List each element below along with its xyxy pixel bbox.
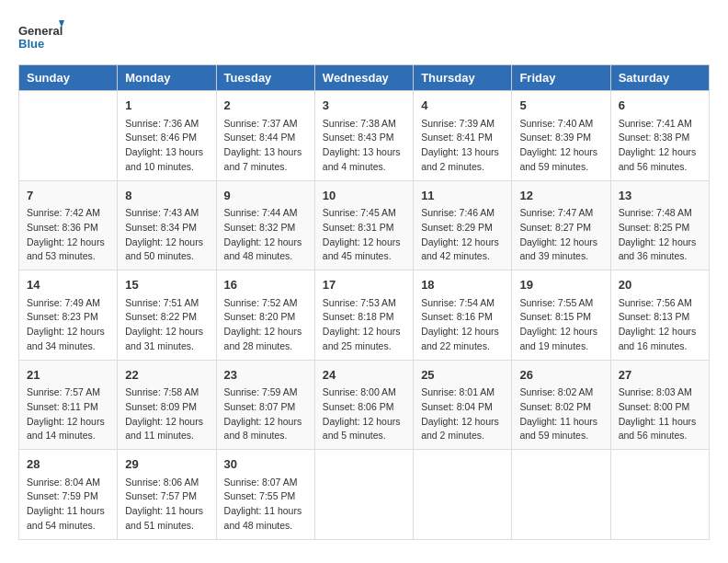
calendar-cell: 13Sunrise: 7:48 AM Sunset: 8:25 PM Dayli… [610,180,709,270]
day-info: Sunrise: 7:43 AM Sunset: 8:34 PM Dayligh… [125,206,208,264]
day-number: 20 [619,276,701,294]
day-info: Sunrise: 7:38 AM Sunset: 8:43 PM Dayligh… [323,117,405,175]
day-number: 4 [421,97,504,115]
calendar-week-row: 1Sunrise: 7:36 AM Sunset: 8:46 PM Daylig… [19,91,710,181]
calendar-cell: 8Sunrise: 7:43 AM Sunset: 8:34 PM Daylig… [118,180,216,270]
day-info: Sunrise: 8:00 AM Sunset: 8:06 PM Dayligh… [323,385,405,443]
day-number: 6 [619,97,701,115]
calendar-cell: 11Sunrise: 7:46 AM Sunset: 8:29 PM Dayli… [414,180,512,270]
logo-svg: General Blue [18,18,64,55]
calendar-cell: 26Sunrise: 8:02 AM Sunset: 8:02 PM Dayli… [512,360,610,450]
svg-text:Blue: Blue [18,37,44,51]
day-info: Sunrise: 7:42 AM Sunset: 8:36 PM Dayligh… [27,206,109,264]
day-info: Sunrise: 7:41 AM Sunset: 8:38 PM Dayligh… [619,117,701,175]
logo: General Blue [18,18,64,55]
calendar-cell [314,450,413,540]
day-number: 25 [421,366,504,385]
day-number: 30 [224,455,307,474]
day-info: Sunrise: 7:53 AM Sunset: 8:18 PM Dayligh… [323,296,405,354]
calendar-cell [414,450,512,540]
calendar-cell: 15Sunrise: 7:51 AM Sunset: 8:22 PM Dayli… [118,270,216,361]
day-info: Sunrise: 7:48 AM Sunset: 8:25 PM Dayligh… [619,206,701,264]
day-number: 23 [224,366,307,385]
day-info: Sunrise: 7:44 AM Sunset: 8:32 PM Dayligh… [224,206,307,264]
calendar-cell: 12Sunrise: 7:47 AM Sunset: 8:27 PM Dayli… [512,180,610,270]
day-info: Sunrise: 7:39 AM Sunset: 8:41 PM Dayligh… [421,117,504,175]
day-number: 24 [323,366,405,385]
day-number: 3 [323,97,405,115]
day-number: 16 [224,276,307,294]
day-number: 15 [125,276,208,294]
day-number: 2 [224,97,307,115]
day-info: Sunrise: 8:07 AM Sunset: 7:55 PM Dayligh… [224,476,307,534]
day-info: Sunrise: 7:46 AM Sunset: 8:29 PM Dayligh… [421,206,504,264]
day-info: Sunrise: 7:51 AM Sunset: 8:22 PM Dayligh… [125,296,208,354]
calendar-cell: 30Sunrise: 8:07 AM Sunset: 7:55 PM Dayli… [216,450,314,540]
day-info: Sunrise: 8:03 AM Sunset: 8:00 PM Dayligh… [619,385,701,443]
calendar-week-row: 28Sunrise: 8:04 AM Sunset: 7:59 PM Dayli… [19,450,710,540]
day-info: Sunrise: 7:59 AM Sunset: 8:07 PM Dayligh… [224,385,307,443]
calendar-cell: 20Sunrise: 7:56 AM Sunset: 8:13 PM Dayli… [610,270,709,361]
day-header-sunday: Sunday [19,65,118,91]
calendar-week-row: 14Sunrise: 7:49 AM Sunset: 8:23 PM Dayli… [19,270,710,361]
day-number: 17 [323,276,405,294]
day-info: Sunrise: 8:01 AM Sunset: 8:04 PM Dayligh… [421,385,504,443]
day-info: Sunrise: 7:52 AM Sunset: 8:20 PM Dayligh… [224,296,307,354]
day-number: 21 [27,366,109,385]
day-info: Sunrise: 7:47 AM Sunset: 8:27 PM Dayligh… [519,206,602,264]
day-info: Sunrise: 7:37 AM Sunset: 8:44 PM Dayligh… [224,117,307,175]
calendar-week-row: 21Sunrise: 7:57 AM Sunset: 8:11 PM Dayli… [19,360,710,450]
day-number: 14 [27,276,109,294]
page-header: General Blue [18,18,710,55]
calendar-cell: 14Sunrise: 7:49 AM Sunset: 8:23 PM Dayli… [19,270,118,361]
day-number: 13 [619,187,701,205]
day-info: Sunrise: 7:54 AM Sunset: 8:16 PM Dayligh… [421,296,504,354]
day-info: Sunrise: 7:40 AM Sunset: 8:39 PM Dayligh… [519,117,602,175]
day-number: 26 [519,366,602,385]
day-number: 10 [323,187,405,205]
calendar-cell: 22Sunrise: 7:58 AM Sunset: 8:09 PM Dayli… [118,360,216,450]
calendar-cell: 18Sunrise: 7:54 AM Sunset: 8:16 PM Dayli… [414,270,512,361]
day-header-saturday: Saturday [610,65,709,91]
calendar-cell [610,450,709,540]
day-number: 7 [27,187,109,205]
day-info: Sunrise: 7:55 AM Sunset: 8:15 PM Dayligh… [519,296,602,354]
calendar-cell: 25Sunrise: 8:01 AM Sunset: 8:04 PM Dayli… [414,360,512,450]
day-number: 5 [519,97,602,115]
calendar-cell: 5Sunrise: 7:40 AM Sunset: 8:39 PM Daylig… [512,91,610,181]
day-info: Sunrise: 7:49 AM Sunset: 8:23 PM Dayligh… [27,296,109,354]
calendar-cell: 1Sunrise: 7:36 AM Sunset: 8:46 PM Daylig… [118,91,216,181]
day-header-tuesday: Tuesday [216,65,314,91]
day-number: 27 [619,366,701,385]
day-header-wednesday: Wednesday [314,65,413,91]
calendar-cell [512,450,610,540]
day-number: 18 [421,276,504,294]
calendar-cell: 3Sunrise: 7:38 AM Sunset: 8:43 PM Daylig… [314,91,413,181]
day-info: Sunrise: 7:58 AM Sunset: 8:09 PM Dayligh… [125,385,208,443]
calendar-cell: 27Sunrise: 8:03 AM Sunset: 8:00 PM Dayli… [610,360,709,450]
calendar-cell: 9Sunrise: 7:44 AM Sunset: 8:32 PM Daylig… [216,180,314,270]
day-header-thursday: Thursday [414,65,512,91]
day-info: Sunrise: 8:06 AM Sunset: 7:57 PM Dayligh… [125,476,208,534]
calendar-cell: 19Sunrise: 7:55 AM Sunset: 8:15 PM Dayli… [512,270,610,361]
day-number: 29 [125,455,208,474]
calendar-cell: 10Sunrise: 7:45 AM Sunset: 8:31 PM Dayli… [314,180,413,270]
calendar-cell: 16Sunrise: 7:52 AM Sunset: 8:20 PM Dayli… [216,270,314,361]
day-number: 12 [519,187,602,205]
calendar-cell: 7Sunrise: 7:42 AM Sunset: 8:36 PM Daylig… [19,180,118,270]
calendar-cell: 17Sunrise: 7:53 AM Sunset: 8:18 PM Dayli… [314,270,413,361]
day-info: Sunrise: 7:36 AM Sunset: 8:46 PM Dayligh… [125,117,208,175]
calendar-cell: 2Sunrise: 7:37 AM Sunset: 8:44 PM Daylig… [216,91,314,181]
day-number: 1 [125,97,208,115]
day-number: 19 [519,276,602,294]
day-info: Sunrise: 8:02 AM Sunset: 8:02 PM Dayligh… [519,385,602,443]
day-info: Sunrise: 7:56 AM Sunset: 8:13 PM Dayligh… [619,296,701,354]
day-info: Sunrise: 8:04 AM Sunset: 7:59 PM Dayligh… [27,476,109,534]
calendar-header-row: SundayMondayTuesdayWednesdayThursdayFrid… [19,65,710,91]
day-number: 22 [125,366,208,385]
day-number: 28 [27,455,109,474]
day-number: 11 [421,187,504,205]
calendar-cell: 6Sunrise: 7:41 AM Sunset: 8:38 PM Daylig… [610,91,709,181]
calendar-cell: 21Sunrise: 7:57 AM Sunset: 8:11 PM Dayli… [19,360,118,450]
calendar-cell: 29Sunrise: 8:06 AM Sunset: 7:57 PM Dayli… [118,450,216,540]
